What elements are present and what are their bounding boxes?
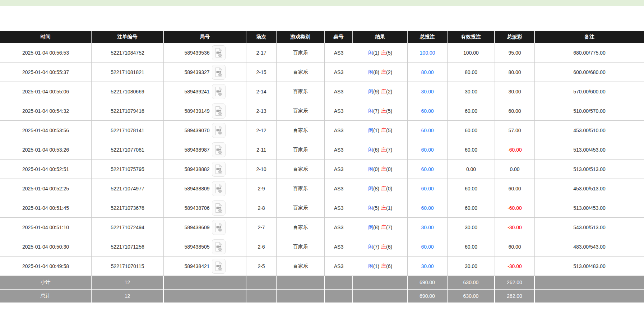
player-result-label: 闲 (368, 88, 373, 95)
total-bet-link[interactable]: 100.00 (420, 50, 435, 56)
total-bet-link[interactable]: 30.00 (421, 89, 434, 94)
banker-result-label: 庄 (381, 127, 386, 134)
cell-game-type: 百家乐 (277, 121, 325, 140)
cell-valid-bet: 60.00 (448, 121, 495, 140)
cell-game-type: 百家乐 (277, 43, 325, 63)
cell-session: 2-7 (246, 218, 277, 237)
total-bet-link[interactable]: 60.00 (421, 205, 434, 211)
total-bet-link[interactable]: 60.00 (421, 244, 434, 250)
video-replay-button[interactable] (212, 220, 226, 235)
table-row: 2025-01-04 00:52:25 522171074977 5894388… (0, 179, 644, 198)
table-row: 2025-01-04 00:55:06 522171080669 5894392… (0, 82, 644, 101)
video-replay-button[interactable] (212, 103, 226, 119)
video-file-icon (214, 184, 223, 194)
table-row: 2025-01-04 00:55:37 522171081821 5894393… (0, 63, 644, 82)
player-result-score: (8) (373, 225, 379, 230)
video-file-icon (214, 67, 223, 77)
total-bet-link[interactable]: 60.00 (421, 128, 434, 133)
table-row: 2025-01-04 00:51:10 522171072494 5894386… (0, 218, 644, 237)
cell-total-bet: 60.00 (408, 121, 448, 140)
total-bet-link[interactable]: 80.00 (421, 69, 434, 75)
cell-time: 2025-01-04 00:52:25 (0, 179, 92, 198)
cell-time: 2025-01-04 00:53:56 (0, 121, 92, 140)
summary-count: 12 (92, 290, 164, 303)
player-result-score: (6) (373, 147, 379, 153)
summary-count: 12 (92, 276, 164, 289)
table-row: 2025-01-04 00:49:58 522171070115 5894384… (0, 257, 644, 276)
cell-order-no: 522171070115 (92, 257, 164, 276)
cell-payout: 30.00 (495, 82, 535, 101)
cell-session: 2-5 (246, 257, 277, 276)
cell-valid-bet: 30.00 (448, 218, 495, 237)
cell-game-type: 百家乐 (277, 237, 325, 257)
video-replay-button[interactable] (212, 65, 226, 80)
cell-order-no: 522171079416 (92, 101, 164, 121)
col-header-result: 结果 (353, 31, 408, 43)
player-result-label: 闲 (368, 108, 373, 114)
cell-remark: 513.00/513.00 (535, 160, 644, 179)
summary-payout: 262.00 (495, 276, 535, 289)
summary-empty-table-no (325, 290, 353, 303)
total-bet-link[interactable]: 30.00 (421, 263, 434, 269)
cell-game-type: 百家乐 (277, 101, 325, 121)
cell-valid-bet: 60.00 (448, 198, 495, 218)
banker-result-score: (5) (386, 128, 392, 133)
player-result-label: 闲 (368, 185, 373, 192)
cell-round-no: 589439241 (164, 82, 246, 101)
banker-result-label: 庄 (381, 108, 386, 114)
banker-result-score: (0) (386, 186, 392, 191)
cell-round-no: 589438421 (164, 257, 246, 276)
col-header-valid-bet: 有效投注 (448, 31, 495, 43)
cell-total-bet: 60.00 (408, 160, 448, 179)
cell-order-no: 522171078141 (92, 121, 164, 140)
video-replay-button[interactable] (212, 45, 226, 60)
cell-session: 2-10 (246, 160, 277, 179)
video-replay-button[interactable] (212, 142, 226, 157)
total-bet-link[interactable]: 30.00 (421, 225, 434, 230)
cell-time: 2025-01-04 00:49:58 (0, 257, 92, 276)
cell-result: 闲(7)庄(5) (353, 101, 408, 121)
cell-remark: 453.00/510.00 (535, 121, 644, 140)
table-row: 2025-01-04 00:51:45 522171073676 5894387… (0, 198, 644, 218)
cell-payout: -30.00 (495, 218, 535, 237)
round-number: 589438987 (184, 147, 209, 153)
player-result-label: 闲 (368, 166, 373, 172)
cell-table-no: AS3 (325, 198, 353, 218)
total-bet-link[interactable]: 60.00 (421, 108, 434, 114)
table-row: 2025-01-04 00:56:53 522171084752 5894395… (0, 43, 644, 63)
video-replay-button[interactable] (212, 181, 226, 196)
round-number: 589439149 (184, 108, 209, 114)
cell-remark: 483.00/543.00 (535, 237, 644, 257)
cell-session: 2-9 (246, 179, 277, 198)
cell-payout: 60.00 (495, 179, 535, 198)
video-replay-button[interactable] (212, 200, 226, 216)
cell-remark: 680.00/775.00 (535, 43, 644, 63)
summary-empty-game-type (277, 276, 325, 289)
cell-total-bet: 60.00 (408, 198, 448, 218)
cell-time: 2025-01-04 00:51:10 (0, 218, 92, 237)
cell-table-no: AS3 (325, 140, 353, 160)
cell-total-bet: 60.00 (408, 101, 448, 121)
video-replay-button[interactable] (212, 84, 226, 99)
cell-remark: 510.00/570.00 (535, 101, 644, 121)
video-replay-button[interactable] (212, 259, 226, 274)
col-header-time: 时间 (0, 31, 92, 43)
cell-game-type: 百家乐 (277, 160, 325, 179)
cell-payout: 95.00 (495, 43, 535, 63)
total-bet-link[interactable]: 60.00 (421, 166, 434, 172)
cell-session: 2-14 (246, 82, 277, 101)
cell-payout: 57.00 (495, 121, 535, 140)
cell-valid-bet: 60.00 (448, 140, 495, 160)
video-replay-button[interactable] (212, 162, 226, 177)
video-replay-button[interactable] (212, 239, 226, 254)
total-bet-link[interactable]: 60.00 (421, 186, 434, 191)
cell-remark: 570.00/600.00 (535, 82, 644, 101)
video-replay-button[interactable] (212, 123, 226, 138)
summary-valid-bet: 630.00 (448, 276, 495, 289)
cell-order-no: 522171073676 (92, 198, 164, 218)
total-bet-link[interactable]: 60.00 (421, 147, 434, 153)
cell-table-no: AS3 (325, 101, 353, 121)
cell-total-bet: 80.00 (408, 63, 448, 82)
summary-row: 总计 12 690.00 630.00 262.00 (0, 290, 644, 303)
cell-payout: -30.00 (495, 257, 535, 276)
